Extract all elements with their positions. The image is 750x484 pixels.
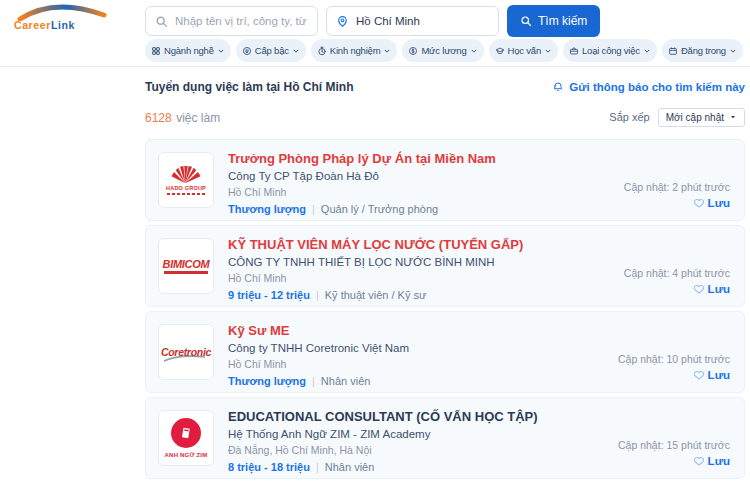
job-list: HADO GROUP Trưởng Phòng Pháp lý Dự Án tạ… bbox=[145, 139, 745, 479]
chevron-down-icon bbox=[383, 47, 391, 55]
job-salary: 9 triệu - 12 triệu bbox=[228, 289, 310, 301]
filter-pill-3[interactable]: Mức lương bbox=[402, 39, 483, 62]
job-updated: Cập nhật: 15 phút trước bbox=[618, 439, 730, 451]
job-salary: Thương lượng bbox=[228, 375, 306, 387]
company-logo: Coretronic bbox=[158, 324, 214, 380]
save-job-button[interactable]: Lưu bbox=[618, 455, 730, 467]
location-input[interactable] bbox=[356, 15, 489, 27]
job-updated: Cập nhật: 4 phút trước bbox=[624, 267, 730, 279]
brand-link: Link bbox=[51, 19, 75, 31]
filter-bar: Ngành nghề Cấp bậc Kinh nghiệm Mức lương… bbox=[145, 39, 743, 62]
filter-pill-1[interactable]: Cấp bậc bbox=[236, 39, 306, 62]
chevron-down-icon bbox=[470, 47, 478, 55]
job-alert-label: Gửi thông báo cho tìm kiếm này bbox=[569, 81, 745, 93]
chevron-down-icon bbox=[292, 47, 300, 55]
logo-text: Coretronic bbox=[161, 346, 211, 358]
job-title-link[interactable]: KỸ THUẬT VIÊN MÁY LỌC NƯỚC (TUYỂN GẤP) bbox=[228, 238, 523, 252]
sort-dropdown[interactable]: Mới cập nhật bbox=[658, 108, 745, 127]
chevron-down-icon bbox=[217, 47, 225, 55]
job-company: Công ty TNHH Coretronic Việt Nam bbox=[228, 342, 409, 354]
keyword-input[interactable] bbox=[175, 15, 308, 27]
filter-label: Mức lương bbox=[421, 45, 466, 56]
job-card[interactable]: Coretronic Kỹ Sư ME Công ty TNHH Coretro… bbox=[145, 311, 745, 393]
save-label: Lưu bbox=[708, 369, 730, 381]
keyword-field[interactable] bbox=[145, 6, 318, 36]
job-count-suffix: việc làm bbox=[176, 111, 220, 125]
separator: | bbox=[316, 461, 319, 473]
brand-career: Career bbox=[14, 19, 51, 31]
save-job-button[interactable]: Lưu bbox=[624, 283, 730, 295]
job-title-link[interactable]: Trưởng Phòng Pháp lý Dự Án tại Miền Nam bbox=[228, 152, 496, 166]
separator: | bbox=[312, 375, 315, 387]
job-updated: Cập nhật: 10 phút trước bbox=[618, 353, 730, 365]
job-company: CÔNG TY TNHH THIẾT BỊ LỌC NƯỚC BÌNH MINH bbox=[228, 256, 523, 268]
job-company: Hệ Thống Anh Ngữ ZIM - ZIM Academy bbox=[228, 428, 538, 440]
job-location: Hồ Chí Minh bbox=[228, 358, 409, 370]
job-location: Đà Nẵng, Hồ Chí Minh, Hà Nội bbox=[228, 444, 538, 456]
calendar-icon bbox=[668, 46, 678, 56]
logo-text: HADO GROUP bbox=[166, 185, 206, 191]
search-button-label: Tìm kiếm bbox=[538, 14, 587, 28]
job-card[interactable]: BIMICOM KỸ THUẬT VIÊN MÁY LỌC NƯỚC (TUYỂ… bbox=[145, 225, 745, 307]
filter-label: Ngành nghề bbox=[164, 45, 214, 56]
filter-pill-0[interactable]: Ngành nghề bbox=[145, 39, 231, 62]
sort-value: Mới cập nhật bbox=[666, 112, 724, 123]
job-title-link[interactable]: EDUCATIONAL CONSULTANT (CỐ VẤN HỌC TẬP) bbox=[228, 410, 538, 424]
location-field[interactable] bbox=[326, 6, 499, 36]
filter-pill-5[interactable]: Loại công việc bbox=[563, 39, 657, 62]
education-icon bbox=[495, 46, 505, 56]
heart-icon bbox=[693, 283, 705, 295]
job-salary: 8 triệu - 18 triệu bbox=[228, 461, 310, 473]
chevron-down-icon bbox=[544, 47, 552, 55]
job-count: 6128 việc làm bbox=[145, 108, 220, 126]
job-alert-link[interactable]: Gửi thông báo cho tìm kiếm này bbox=[552, 81, 745, 93]
grid-icon bbox=[151, 46, 161, 56]
hado-rays-icon bbox=[170, 166, 202, 184]
briefcase-icon bbox=[569, 46, 579, 56]
job-company: Công Ty CP Tập Đoàn Hà Đô bbox=[228, 170, 496, 182]
save-label: Lưu bbox=[708, 197, 730, 209]
search-bar: Tìm kiếm bbox=[145, 5, 600, 37]
logo-text: ANH NGỮ ZIM bbox=[165, 452, 208, 458]
save-label: Lưu bbox=[708, 283, 730, 295]
job-card[interactable]: ANH NGỮ ZIM EDUCATIONAL CONSULTANT (CỐ V… bbox=[145, 397, 745, 479]
job-location: Hồ Chí Minh bbox=[228, 186, 496, 198]
job-updated: Cập nhật: 2 phút trước bbox=[624, 181, 730, 193]
separator: | bbox=[312, 203, 315, 215]
heart-icon bbox=[693, 197, 705, 209]
sort-label: Sắp xếp bbox=[609, 111, 649, 123]
filter-pill-2[interactable]: Kinh nghiệm bbox=[311, 39, 398, 62]
search-icon bbox=[520, 15, 532, 27]
logo-text: BIMICOM bbox=[163, 258, 210, 270]
save-job-button[interactable]: Lưu bbox=[618, 369, 730, 381]
stopwatch-icon bbox=[317, 46, 327, 56]
job-category: Quản lý / Trưởng phòng bbox=[321, 203, 438, 215]
search-button[interactable]: Tìm kiếm bbox=[507, 5, 600, 37]
book-icon bbox=[171, 418, 201, 448]
header: CareerLink Tìm kiếm Ngành nghề Cấp bậc bbox=[0, 0, 750, 67]
job-title-link[interactable]: Kỹ Sư ME bbox=[228, 324, 409, 338]
job-search-page: CareerLink Tìm kiếm Ngành nghề Cấp bậc bbox=[0, 0, 750, 484]
heart-icon bbox=[693, 369, 705, 381]
levels-icon bbox=[242, 46, 252, 56]
caret-down-icon bbox=[729, 113, 737, 121]
chevron-down-icon bbox=[643, 47, 651, 55]
filter-label: Học vấn bbox=[508, 45, 541, 56]
save-label: Lưu bbox=[708, 455, 730, 467]
salary-icon bbox=[408, 46, 418, 56]
bell-icon bbox=[552, 81, 564, 93]
filter-pill-6[interactable]: Đăng trong bbox=[662, 39, 743, 62]
results-section: Tuyển dụng việc làm tại Hồ Chí Minh Gửi … bbox=[145, 80, 745, 479]
save-job-button[interactable]: Lưu bbox=[624, 197, 730, 209]
search-icon bbox=[155, 15, 168, 28]
filter-label: Kinh nghiệm bbox=[330, 45, 381, 56]
careerlink-logo[interactable]: CareerLink bbox=[10, 3, 130, 33]
separator: | bbox=[316, 289, 319, 301]
location-pin-icon bbox=[336, 15, 349, 28]
filter-pill-4[interactable]: Học vấn bbox=[489, 39, 558, 62]
job-category: Kỹ thuật viên / Kỹ sư bbox=[325, 289, 427, 301]
filter-label: Loại công việc bbox=[582, 45, 640, 56]
filter-label: Đăng trong bbox=[681, 45, 726, 56]
job-card[interactable]: HADO GROUP Trưởng Phòng Pháp lý Dự Án tạ… bbox=[145, 139, 745, 221]
chevron-down-icon bbox=[729, 47, 737, 55]
